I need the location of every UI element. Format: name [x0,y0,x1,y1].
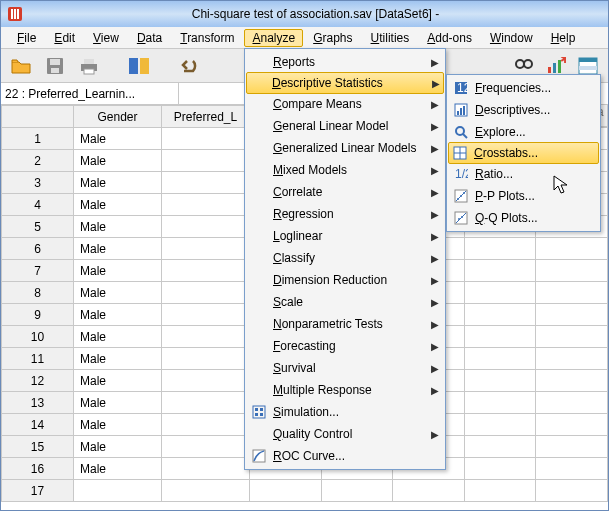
menu-item-descriptive-statistics[interactable]: Descriptive Statistics▶ [246,72,444,94]
menu-item-loglinear[interactable]: Loglinear▶ [247,225,443,247]
menu-item-ratio[interactable]: 1/2Ratio... [449,163,598,185]
menu-item-classify[interactable]: Classify▶ [247,247,443,269]
menu-item-compare-means[interactable]: Compare Means▶ [247,93,443,115]
cell-preferred[interactable] [162,282,250,304]
cell-gender[interactable]: Male [74,436,162,458]
cell-gender[interactable]: Male [74,172,162,194]
cell-preferred[interactable] [162,480,250,502]
cell-preferred[interactable] [162,150,250,172]
row-header[interactable]: 17 [2,480,74,502]
row-header[interactable]: 4 [2,194,74,216]
svg-rect-5 [50,59,60,65]
menu-help[interactable]: Help [543,29,584,47]
menu-analyze[interactable]: Analyze [244,29,303,47]
cell-gender[interactable]: Male [74,458,162,480]
row-header[interactable]: 8 [2,282,74,304]
menu-item-p-p-plots[interactable]: P-P Plots... [449,185,598,207]
menu-item-descriptives[interactable]: Descriptives... [449,99,598,121]
cell-preferred[interactable] [162,414,250,436]
menu-item-nonparametric-tests[interactable]: Nonparametric Tests▶ [247,313,443,335]
save-button[interactable] [41,52,69,80]
menu-utilities[interactable]: Utilities [363,29,418,47]
menu-item-multiple-response[interactable]: Multiple Response▶ [247,379,443,401]
row-header[interactable]: 15 [2,436,74,458]
row-header[interactable]: 10 [2,326,74,348]
cell-preferred[interactable] [162,194,250,216]
menu-transform[interactable]: Transform [172,29,242,47]
row-header[interactable]: 14 [2,414,74,436]
menu-item-quality-control[interactable]: Quality Control▶ [247,423,443,445]
menu-item-roc-curve[interactable]: ROC Curve... [247,445,443,467]
menu-item-survival[interactable]: Survival▶ [247,357,443,379]
cell-gender[interactable]: Male [74,414,162,436]
cell-preferred[interactable] [162,238,250,260]
cell-preferred[interactable] [162,326,250,348]
column-header-preferred[interactable]: Preferred_L [162,106,250,128]
menu-item-forecasting[interactable]: Forecasting▶ [247,335,443,357]
column-header-gender[interactable]: Gender [74,106,162,128]
cell-gender[interactable]: Male [74,216,162,238]
cell-gender[interactable]: Male [74,282,162,304]
row-header[interactable]: 1 [2,128,74,150]
menu-item-explore[interactable]: Explore... [449,121,598,143]
data-view-button[interactable] [125,52,153,80]
menu-data[interactable]: Data [129,29,170,47]
cell-gender[interactable]: Male [74,150,162,172]
cell-gender[interactable]: Male [74,392,162,414]
cell-gender[interactable]: Male [74,128,162,150]
menu-item-mixed-models[interactable]: Mixed Models▶ [247,159,443,181]
menu-item-q-q-plots[interactable]: Q-Q Plots... [449,207,598,229]
row-header[interactable]: 11 [2,348,74,370]
cell-gender[interactable]: Male [74,370,162,392]
menu-item-dimension-reduction[interactable]: Dimension Reduction▶ [247,269,443,291]
row-header[interactable]: 13 [2,392,74,414]
row-header[interactable]: 12 [2,370,74,392]
menu-item-general-linear-model[interactable]: General Linear Model▶ [247,115,443,137]
menu-item-generalized-linear-models[interactable]: Generalized Linear Models▶ [247,137,443,159]
cell-preferred[interactable] [162,260,250,282]
cell-gender[interactable]: Male [74,348,162,370]
row-header[interactable]: 16 [2,458,74,480]
submenu-arrow-icon: ▶ [431,429,439,440]
menu-item-regression[interactable]: Regression▶ [247,203,443,225]
cell-preferred[interactable] [162,436,250,458]
open-button[interactable] [7,52,35,80]
row-header[interactable]: 3 [2,172,74,194]
row-header[interactable]: 6 [2,238,74,260]
row-header[interactable]: 5 [2,216,74,238]
cell-gender[interactable] [74,480,162,502]
table-row[interactable]: 17 [2,480,608,502]
cell-preferred[interactable] [162,348,250,370]
menu-file[interactable]: File [9,29,44,47]
row-header[interactable]: 9 [2,304,74,326]
corner-header[interactable] [2,106,74,128]
cell-preferred[interactable] [162,392,250,414]
cell-preferred[interactable] [162,216,250,238]
cell-preferred[interactable] [162,128,250,150]
menu-edit[interactable]: Edit [46,29,83,47]
cell-gender[interactable]: Male [74,304,162,326]
cell-preferred[interactable] [162,172,250,194]
cell-reference-box[interactable]: 22 : Preferred_Learnin... [1,83,179,104]
menu-item-reports[interactable]: Reports▶ [247,51,443,73]
row-header[interactable]: 7 [2,260,74,282]
menu-view[interactable]: View [85,29,127,47]
menu-item-crosstabs[interactable]: Crosstabs... [448,142,599,164]
menu-window[interactable]: Window [482,29,541,47]
row-header[interactable]: 2 [2,150,74,172]
cell-preferred[interactable] [162,458,250,480]
menu-item-frequencies[interactable]: 123Frequencies... [449,77,598,99]
menu-graphs[interactable]: Graphs [305,29,360,47]
cell-preferred[interactable] [162,304,250,326]
cell-gender[interactable]: Male [74,326,162,348]
menu-item-correlate[interactable]: Correlate▶ [247,181,443,203]
cell-gender[interactable]: Male [74,238,162,260]
cell-gender[interactable]: Male [74,260,162,282]
menu-item-simulation[interactable]: Simulation... [247,401,443,423]
print-button[interactable] [75,52,103,80]
undo-button[interactable] [175,52,203,80]
menu-item-scale[interactable]: Scale▶ [247,291,443,313]
cell-gender[interactable]: Male [74,194,162,216]
cell-preferred[interactable] [162,370,250,392]
menu-add-ons[interactable]: Add-ons [419,29,480,47]
